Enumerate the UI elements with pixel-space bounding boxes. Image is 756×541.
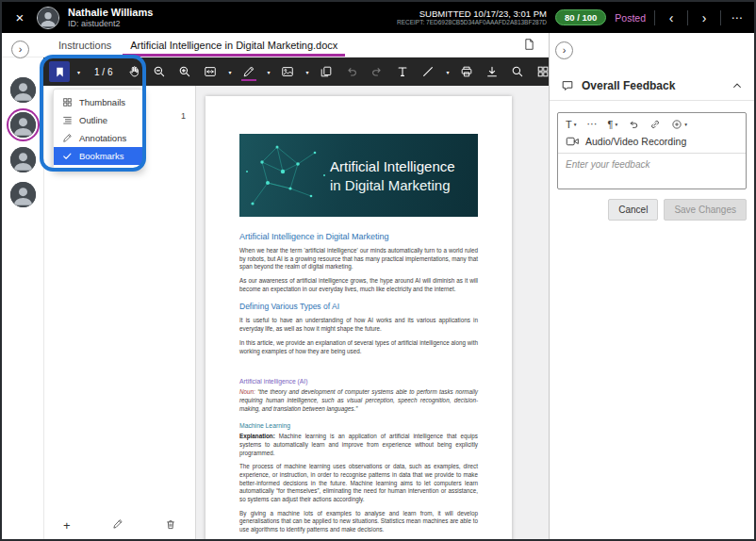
student-avatar[interactable] bbox=[10, 77, 36, 103]
doc-definition: Noun: “the theory and development of com… bbox=[239, 388, 478, 413]
submitted-timestamp: SUBMITTED 10/17/23, 3:01 PM bbox=[397, 8, 547, 20]
feedback-title: Overall Feedback bbox=[582, 79, 724, 92]
zoom-in-button[interactable] bbox=[174, 61, 195, 82]
add-bookmark-button[interactable]: + bbox=[63, 519, 71, 532]
paragraph-style-button[interactable]: ¶▾ bbox=[608, 119, 618, 130]
menu-item-annotations[interactable]: Annotations bbox=[54, 129, 142, 147]
doc-term-heading: Artificial intelligence (AI) bbox=[239, 378, 478, 385]
next-student-button[interactable]: › bbox=[697, 11, 712, 25]
feedback-actions: Cancel Save Changes bbox=[608, 199, 747, 221]
doc-paragraph: In this article, we provide an explanati… bbox=[239, 339, 478, 355]
editor-undo-button[interactable] bbox=[628, 119, 639, 130]
pen-icon bbox=[242, 65, 255, 78]
caret-down-icon: ▾ bbox=[574, 122, 577, 127]
bookmark-icon bbox=[54, 66, 66, 78]
plus-circle-icon bbox=[671, 119, 682, 130]
undo-button[interactable] bbox=[341, 61, 362, 82]
text-style-button[interactable]: T▾ bbox=[566, 119, 577, 130]
menu-item-outline[interactable]: Outline bbox=[54, 111, 142, 129]
doc-heading-1: Artificial Intelligence in Digital Marke… bbox=[239, 232, 478, 241]
divider bbox=[720, 10, 721, 25]
line-caret-icon[interactable]: ▾ bbox=[443, 69, 452, 75]
document-canvas[interactable]: Artificial Intelligence in Digital Marke… bbox=[196, 86, 549, 539]
close-icon[interactable]: × bbox=[11, 9, 28, 25]
document-page-icon[interactable] bbox=[523, 38, 535, 57]
edit-bookmark-button[interactable] bbox=[112, 518, 123, 532]
text-tool-icon bbox=[396, 65, 409, 78]
fit-width-icon bbox=[204, 65, 217, 78]
delete-bookmark-button[interactable] bbox=[165, 518, 176, 533]
doc-paragraph: It is useful to have an understanding of… bbox=[239, 317, 478, 333]
undo-icon bbox=[345, 65, 358, 78]
student-avatar-selected[interactable] bbox=[10, 112, 36, 138]
pen-caret-icon[interactable]: ▾ bbox=[264, 69, 272, 75]
tab-instructions[interactable]: Instructions bbox=[49, 33, 121, 57]
page-number-label: 1 bbox=[181, 111, 186, 121]
copy-pages-button[interactable] bbox=[316, 61, 337, 82]
thumbnails-icon bbox=[62, 97, 73, 107]
collapse-feedback-button[interactable]: › bbox=[555, 41, 573, 59]
save-changes-button[interactable]: Save Changes bbox=[664, 199, 747, 221]
feedback-editor: T▾ ⋯ ¶▾ ▾ Audio/Video Recording bbox=[557, 112, 747, 189]
stamp-caret-icon[interactable]: ▾ bbox=[303, 69, 311, 75]
bookmarks-panel-button[interactable] bbox=[49, 61, 70, 82]
person-icon bbox=[10, 112, 36, 138]
person-icon bbox=[10, 77, 36, 103]
student-avatar[interactable] bbox=[10, 147, 36, 172]
caret-down-icon: ▾ bbox=[684, 122, 687, 127]
insert-link-button[interactable] bbox=[649, 119, 661, 130]
fit-page-button[interactable] bbox=[200, 61, 221, 82]
zoom-out-button[interactable] bbox=[149, 61, 170, 82]
network-graphic bbox=[239, 134, 343, 217]
more-tools-button[interactable]: ⋯ bbox=[587, 118, 598, 130]
collapse-section-button[interactable] bbox=[731, 80, 743, 91]
feedback-header: Overall Feedback bbox=[550, 71, 754, 101]
previous-student-button[interactable]: ‹ bbox=[664, 11, 679, 25]
person-icon bbox=[10, 147, 36, 172]
text-tool-button[interactable] bbox=[392, 61, 413, 82]
student-avatar[interactable] bbox=[10, 182, 36, 207]
caret-down-icon: ▾ bbox=[615, 122, 617, 127]
pan-tool-button[interactable] bbox=[123, 61, 144, 82]
divider bbox=[654, 10, 655, 25]
search-icon bbox=[511, 65, 524, 78]
line-tool-button[interactable] bbox=[418, 61, 438, 82]
page-indicator: 1 / 6 bbox=[94, 67, 112, 77]
panel-menu-caret-icon[interactable]: ▾ bbox=[74, 69, 83, 75]
download-icon bbox=[485, 65, 499, 78]
search-button[interactable] bbox=[507, 61, 528, 82]
divider bbox=[687, 10, 688, 25]
print-button[interactable] bbox=[456, 61, 477, 82]
menu-item-bookmarks[interactable]: Bookmarks bbox=[54, 147, 142, 165]
doc-paragraph: By giving a machine lots of examples to … bbox=[239, 510, 478, 534]
download-button[interactable] bbox=[482, 61, 502, 82]
video-camera-icon bbox=[566, 136, 580, 147]
grade-pill[interactable]: 80 / 100 bbox=[555, 9, 606, 25]
menu-item-thumbnails[interactable]: Thumbnails bbox=[54, 93, 142, 111]
expand-roster-button[interactable]: › bbox=[11, 41, 29, 58]
tab-document[interactable]: Artificial Intelligence in Digital Marke… bbox=[121, 33, 347, 57]
audio-video-recording-button[interactable]: Audio/Video Recording bbox=[558, 133, 746, 153]
cancel-button[interactable]: Cancel bbox=[608, 199, 658, 221]
annotation-pen-button[interactable] bbox=[238, 61, 259, 82]
feedback-input[interactable] bbox=[558, 153, 746, 189]
student-name: Nathalie Williams bbox=[68, 7, 153, 20]
fit-page-caret-icon[interactable]: ▾ bbox=[225, 69, 234, 75]
person-icon bbox=[10, 182, 36, 207]
doc-paragraph: When we hear the term 'artificial intell… bbox=[239, 247, 478, 271]
outline-icon bbox=[62, 115, 73, 125]
receipt-id: RECEIPT: 7ED6928CB5D34AF0AAAFD2A813BF287… bbox=[397, 19, 547, 26]
pencil-icon bbox=[112, 518, 123, 530]
insert-content-button[interactable]: ▾ bbox=[671, 119, 687, 130]
student-roster bbox=[2, 57, 43, 539]
doc-heading-2: Defining Various Types of AI bbox=[239, 302, 478, 311]
redo-button[interactable] bbox=[367, 61, 387, 82]
feedback-bubble-icon bbox=[561, 79, 574, 92]
annotation-toolbar: ▾ 1 / 6 ▾ ▾ ▾ bbox=[43, 57, 549, 86]
print-icon bbox=[460, 65, 473, 78]
stamp-tool-button[interactable] bbox=[277, 61, 298, 82]
zoom-out-icon bbox=[153, 65, 166, 78]
feedback-panel: › Overall Feedback T▾ ⋯ ¶▾ ▾ bbox=[549, 33, 754, 539]
more-options-icon[interactable]: ⋯ bbox=[730, 12, 745, 24]
checkmark-icon bbox=[62, 151, 73, 161]
